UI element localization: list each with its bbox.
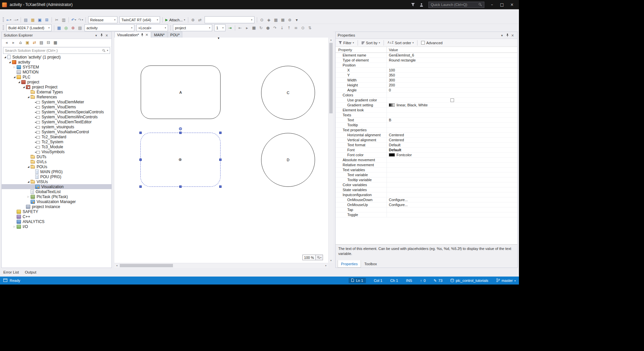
property-value[interactable]: Centered [389,138,404,142]
new-folder-icon[interactable]: ▣ [24,39,31,46]
tree-item[interactable]: System_VisuElemsSpecialControls [2,109,111,114]
property-row[interactable]: Text variable [336,173,517,177]
tree-expander-icon[interactable] [8,61,12,63]
tree-item[interactable]: project Project [2,84,111,89]
tree-item[interactable]: Solution 'activity' (1 project) [2,55,111,59]
scroll-up-icon[interactable]: ▴ [329,38,333,42]
property-row[interactable]: State variables [336,187,517,192]
feedback-icon[interactable] [409,1,416,8]
menu-item[interactable] [63,9,67,16]
scroll-down-icon[interactable]: ▾ [329,258,333,263]
watch-icon[interactable]: ⊙▾ [299,25,306,31]
tree-item[interactable]: PlcTask (PlcTask) [2,194,111,199]
plc-instance-combo[interactable]: 1▾ [214,24,226,31]
pin-icon[interactable] [99,33,104,38]
login-icon[interactable]: ⇥▾ [227,25,234,31]
minimize-button[interactable]: – [487,1,497,8]
target-system-combo[interactable]: activity▾ [84,24,134,31]
pin-icon[interactable] [141,33,144,37]
tree-item[interactable]: System_VisuElemsWinControls [2,114,111,119]
toolbox-icon[interactable]: ⊛▾ [190,17,197,23]
status-ch[interactable]: Ch 1 [390,279,398,283]
tree-expander-icon[interactable] [12,225,17,228]
zoom-button[interactable]: ▾ [316,255,323,260]
property-row[interactable]: Tooltip variable [336,177,517,182]
properties-icon[interactable]: ▦ [52,39,59,46]
stop-icon[interactable]: ■▾ [250,25,257,31]
paste-icon[interactable]: ▥▾ [60,17,67,23]
property-row[interactable]: Position [336,63,517,68]
tree-expander-icon[interactable] [26,195,31,198]
undo-icon[interactable]: ↶▾ [70,17,77,23]
property-value[interactable]: 300 [389,78,395,82]
resize-handle-s[interactable] [179,185,182,188]
build-version-combo[interactable]: Build 4024.7 (Loaded)▾ [6,24,52,31]
status-col[interactable]: Col 1 [374,279,383,283]
save-icon[interactable]: ▣▾ [36,17,43,23]
center-point-icon[interactable]: ⊕ [179,157,182,162]
cut-icon[interactable]: ✂▾ [53,17,60,23]
menu-item[interactable] [39,9,44,16]
property-row[interactable]: Width 300 [336,78,517,83]
tree-item[interactable]: POUs [2,164,111,169]
tree-item[interactable]: VISUs [2,179,111,184]
nav-forward-icon[interactable]: →▾ [12,17,19,23]
tree-item[interactable]: Visualization [2,184,111,189]
tree-item[interactable]: GVLs [2,159,111,164]
property-value[interactable]: GenElemInst_6 [389,53,414,57]
tree-item[interactable]: System_VisuElemTextEditor [2,119,111,124]
property-row[interactable]: Relative movement [336,163,517,168]
property-row[interactable]: Y 350 [336,73,517,78]
property-value[interactable]: Fontcolor [397,153,412,157]
tree-item[interactable]: System_VisuNativeControl [2,129,111,134]
visu-shape-roundrect-a[interactable]: A [141,65,221,119]
toolbar-grip[interactable] [3,25,4,30]
property-row[interactable]: Inputconfiguration [336,192,517,197]
callstack-icon[interactable]: ≡▾ [292,25,299,31]
tree-item[interactable]: project [2,79,111,84]
close-icon[interactable]: × [145,33,148,37]
menu-item[interactable] [30,9,35,16]
menu-item[interactable] [44,9,49,16]
chevron-down-icon[interactable]: ▾ [93,33,99,38]
property-column-header[interactable]: Property [336,47,387,53]
property-value[interactable]: Centered [389,133,404,137]
property-row[interactable]: Text properties [336,128,517,133]
find-combo[interactable]: ▾ [205,16,254,23]
find-icon[interactable]: ⊙▾ [258,17,265,23]
open-file-icon[interactable]: ▦▾ [29,17,36,23]
property-row[interactable]: Type of element Round rectangle [336,58,517,63]
scrollbar-thumb[interactable] [329,43,333,113]
tree-item[interactable]: project Instance [2,204,111,209]
tree-item[interactable]: Tc3_Module [2,144,111,149]
visu-shape-roundrect-b-selected[interactable]: ⊕ [140,133,221,187]
tree-item[interactable]: Visualization Manager [2,199,111,204]
send-feedback-icon[interactable] [418,1,425,8]
property-value[interactable]: 100 [389,68,395,72]
show-all-files-icon[interactable]: ▤ [38,39,45,46]
property-row[interactable]: Vertical alignment Centered [336,138,517,143]
tc-target-icon[interactable]: ◎▾ [63,25,70,31]
tree-item[interactable]: I/O [2,224,111,229]
tree-item[interactable]: system_visuinputs [2,124,111,129]
attach-button[interactable]: ▶ Attach... ▾ [165,18,185,22]
nav-back-icon[interactable]: ←▾ [5,17,12,23]
scrollbar-thumb[interactable] [120,264,173,267]
property-row[interactable]: Angle 0 [336,88,517,93]
property-row[interactable]: Text format Default [336,143,517,148]
advanced-toggle[interactable]: Advanced [420,41,443,45]
step-over-icon[interactable]: ↷▾ [271,25,278,31]
property-value[interactable]: Default [389,143,401,147]
menu-item[interactable] [21,9,25,16]
forward-icon[interactable]: ▸ [10,39,17,46]
property-row[interactable]: Use gradient color [336,98,517,103]
property-row[interactable]: Element look [336,108,517,113]
close-icon[interactable]: × [104,33,109,38]
plc-project-combo[interactable]: project▾ [173,24,212,31]
gear-icon[interactable]: ⊛▾ [286,17,293,23]
save-all-icon[interactable]: ⊞▾ [43,17,50,23]
tc-mode-icon[interactable]: ▤▾ [77,25,83,31]
property-row[interactable]: Text B [336,118,517,123]
maximize-button[interactable]: □ [497,1,507,8]
quick-launch-input[interactable]: Quick Launch (Ctrl+Q) [428,2,484,8]
